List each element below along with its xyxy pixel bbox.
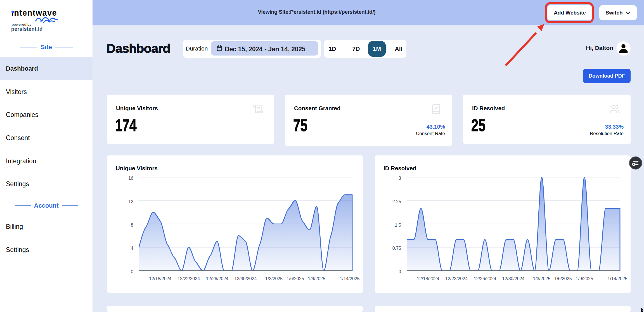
svg-text:3: 3	[399, 176, 401, 181]
svg-text:1/6/2025: 1/6/2025	[287, 276, 304, 281]
svg-text:1/9/2025: 1/9/2025	[308, 276, 325, 281]
svg-text:1.5: 1.5	[395, 223, 401, 227]
svg-text:12/22/2024: 12/22/2024	[177, 276, 200, 281]
svg-text:0: 0	[131, 269, 133, 274]
svg-text:12: 12	[128, 199, 133, 204]
svg-text:0: 0	[399, 269, 401, 274]
svg-text:8: 8	[131, 223, 133, 227]
svg-text:12/22/2024: 12/22/2024	[445, 276, 468, 281]
svg-text:1/3/2025: 1/3/2025	[533, 276, 550, 281]
svg-text:1/9/2025: 1/9/2025	[576, 276, 593, 281]
svg-text:12/30/2024: 12/30/2024	[502, 276, 524, 281]
svg-text:4: 4	[131, 246, 133, 251]
svg-text:12/18/2024: 12/18/2024	[417, 276, 439, 281]
svg-text:0.75: 0.75	[392, 246, 401, 251]
svg-text:12/30/2024: 12/30/2024	[234, 276, 257, 281]
svg-text:1/6/2025: 1/6/2025	[554, 276, 572, 281]
svg-text:1/14/2025: 1/14/2025	[340, 276, 359, 281]
svg-text:12/18/2024: 12/18/2024	[149, 276, 171, 281]
svg-text:12/26/2024: 12/26/2024	[206, 276, 228, 281]
svg-text:1/3/2025: 1/3/2025	[265, 276, 283, 281]
svg-text:2.25: 2.25	[392, 199, 401, 204]
svg-text:16: 16	[128, 176, 133, 181]
svg-text:1/14/2025: 1/14/2025	[607, 276, 627, 281]
svg-text:12/26/2024: 12/26/2024	[474, 276, 496, 281]
